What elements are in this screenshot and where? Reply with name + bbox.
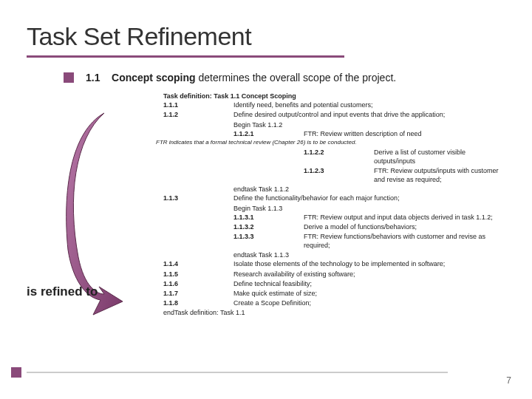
- task-text: Define technical feasibility;: [233, 279, 312, 288]
- task-text: Define the functionality/behavior for ea…: [233, 194, 400, 202]
- task-text: FTR: Review written description of need: [304, 129, 422, 138]
- task-text: FTR: Review output and input data object…: [304, 213, 493, 222]
- task-num: 1.1.3.3: [233, 232, 304, 250]
- end-task-def: endTask definition: Task 1.1: [163, 308, 505, 317]
- task-row: 1.1.3 Define the functionality/behavior …: [163, 194, 400, 202]
- task-row: 1.1.2.3 FTR: Review outputs/inputs with …: [304, 166, 505, 184]
- task-text: Define desired output/control and input …: [233, 110, 445, 119]
- task-definition-block: Task definition: Task 1.1 Concept Scopin…: [163, 92, 505, 317]
- task-def-header: Task definition: Task 1.1 Concept Scopin…: [163, 92, 505, 100]
- task-num: 1.1.5: [163, 270, 233, 279]
- footer-line: [27, 372, 448, 373]
- task-num: 1.1.3.2: [233, 222, 304, 231]
- intro-rest: determines the overall scope of the proj…: [196, 72, 397, 83]
- task-text: Research availability of existing softwa…: [233, 270, 355, 279]
- begin-task: Begin Task 1.1.2: [233, 120, 505, 129]
- task-row: 1.1.4 Isolate those elements of the tech…: [163, 259, 445, 268]
- task-text: Identify need, benefits and potential cu…: [233, 100, 373, 109]
- endtask: endtask Task 1.1.3: [233, 250, 505, 259]
- task-text: Derive a list of customer visible output…: [374, 148, 505, 166]
- task-row: 1.1.2.1 FTR: Review written description …: [233, 129, 422, 138]
- task-row: 1.1.3.3 FTR: Review functions/behaviors …: [233, 232, 505, 250]
- task-row: 1.1.6 Define technical feasibility;: [163, 279, 312, 288]
- bullet-icon: [64, 72, 74, 83]
- task-row: 1.1.3.1 FTR: Review output and input dat…: [233, 213, 493, 222]
- refined-to-label: is refined to: [27, 284, 98, 299]
- task-text: Isolate those elements of the technology…: [233, 259, 445, 268]
- task-num: 1.1.6: [163, 279, 233, 288]
- footer-square-icon: [11, 367, 21, 378]
- task-row: 1.1.1 Identify need, benefits and potent…: [163, 100, 373, 109]
- begin-task: Begin Task 1.1.3: [233, 204, 505, 213]
- task-text: Derive a model of functions/behaviors;: [304, 222, 417, 231]
- task-num: 1.1.4: [163, 259, 233, 268]
- task-row: 1.1.3.2 Derive a model of functions/beha…: [233, 222, 417, 231]
- task-row: 1.1.7 Make quick estimate of size;: [163, 289, 317, 298]
- task-num: 1.1.3: [163, 194, 233, 202]
- task-num: 1.1.7: [163, 289, 233, 298]
- intro-num: 1.1: [86, 72, 100, 83]
- intro-text: 1.1 Concept scoping determines the overa…: [86, 71, 505, 84]
- task-text: Create a Scope Definition;: [233, 299, 311, 307]
- task-text: Make quick estimate of size;: [233, 289, 317, 298]
- task-row: 1.1.5 Research availability of existing …: [163, 270, 355, 279]
- task-row: 1.1.8 Create a Scope Definition;: [163, 299, 311, 307]
- endtask: endtask Task 1.1.2: [233, 185, 505, 194]
- page-number: 7: [506, 375, 511, 386]
- task-num: 1.1.1: [163, 100, 233, 109]
- task-text: FTR: Review functions/behaviors with cus…: [304, 232, 505, 250]
- ftr-note: FTR indicates that a formal technical re…: [156, 139, 505, 147]
- task-num: 1.1.3.1: [233, 213, 304, 222]
- slide: Task Set Refinement 1.1 Concept scoping …: [0, 0, 532, 399]
- task-row: 1.1.2 Define desired output/control and …: [163, 110, 445, 119]
- slide-title: Task Set Refinement: [27, 22, 505, 51]
- task-num: 1.1.2: [163, 110, 233, 119]
- task-row: 1.1.2.2 Derive a list of customer visibl…: [304, 148, 505, 166]
- task-text: FTR: Review outputs/inputs with customer…: [374, 166, 505, 184]
- task-num: 1.1.2.3: [304, 166, 374, 184]
- title-underline: [27, 55, 344, 58]
- task-num: 1.1.2.1: [233, 129, 304, 138]
- task-num: 1.1.2.2: [304, 148, 374, 166]
- intro-bold: Concept scoping: [112, 72, 196, 83]
- task-num: 1.1.8: [163, 299, 233, 307]
